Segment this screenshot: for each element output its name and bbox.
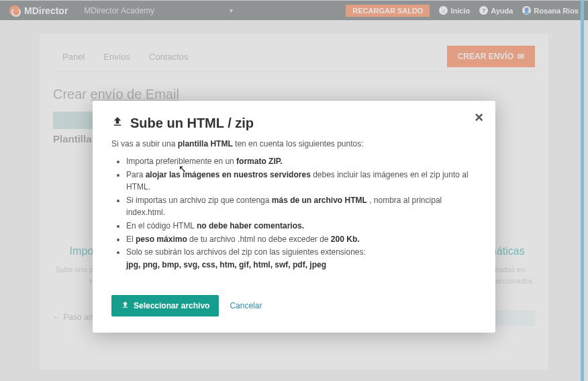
close-icon[interactable]: × [475,110,483,125]
list-item: El peso máximo de tu archivo .html no de… [126,233,477,246]
list-item: Importa preferiblemente en un formato ZI… [126,155,477,168]
select-file-button[interactable]: Seleccionar archivo [111,295,219,316]
modal-guidelines: Importa preferiblemente en un formato ZI… [111,155,477,271]
upload-icon [111,116,124,131]
list-item: Solo se subirán los archivos del zip con… [126,246,477,271]
modal-title: Sube un HTML / zip [111,116,477,131]
list-item: Si importas un archivo zip que contenga … [126,194,477,219]
upload-modal: × Sube un HTML / zip Si vas a subir una … [93,101,495,333]
upload-icon [121,300,130,311]
cancel-link[interactable]: Cancelar [230,301,262,310]
modal-intro: Si vas a subir una plantilla HTML ten en… [111,139,477,149]
list-item: En el código HTML no debe haber comentar… [126,220,477,232]
list-item: Para alojar las imágenes en nuestros ser… [126,169,477,194]
